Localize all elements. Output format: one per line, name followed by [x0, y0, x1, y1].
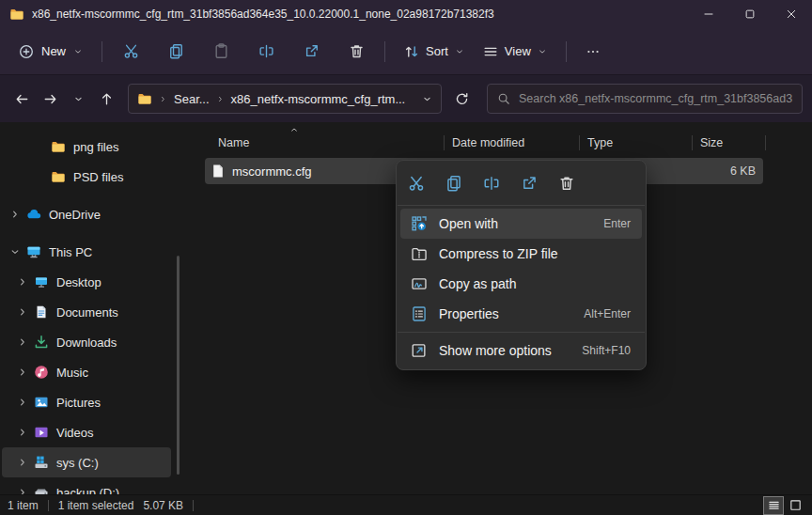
sidebar-item-label: OneDrive [49, 208, 101, 222]
navigation-pane: png filesPSD filesOneDriveThis PCDesktop… [0, 122, 184, 494]
address-bar[interactable]: Sear...x86_netfx-mscormmc_cfg_rtm... [128, 84, 442, 114]
close-button[interactable] [771, 0, 812, 28]
chevron-right-icon[interactable] [17, 397, 28, 408]
maximize-button[interactable] [729, 0, 771, 28]
menu-item-shortcut: Enter [603, 217, 631, 230]
column-divider[interactable] [765, 135, 766, 150]
properties-icon [411, 305, 428, 322]
sidebar-item-this-pc[interactable]: This PC [2, 237, 171, 267]
large-icons-view-button[interactable] [786, 497, 804, 514]
toolbar-divider [102, 41, 102, 62]
maximize-icon [743, 8, 757, 21]
menu-item-compress-to-zip-file[interactable]: Compress to ZIP file [400, 239, 642, 269]
folder-icon [51, 169, 66, 184]
search-icon [497, 92, 510, 105]
search-input[interactable] [519, 92, 792, 105]
recent-locations-button[interactable] [64, 85, 92, 113]
column-header-type[interactable]: Type [580, 132, 692, 154]
new-button[interactable]: New [9, 36, 92, 68]
sidebar-item-documents[interactable]: Documents [2, 297, 171, 327]
chevron-right-icon[interactable] [17, 306, 28, 318]
sidebar-item-sys-c[interactable]: sys (C:) [2, 447, 171, 477]
context-cut-button[interactable] [398, 166, 435, 200]
forward-button[interactable] [36, 85, 64, 113]
paste-button[interactable] [202, 36, 240, 68]
delete-button[interactable] [337, 36, 375, 68]
sidebar-item-onedrive[interactable]: OneDrive [2, 199, 171, 229]
sidebar-item-pictures[interactable]: Pictures [2, 387, 171, 417]
chevron-right-icon[interactable] [17, 427, 28, 438]
folder-icon [9, 7, 24, 22]
menu-item-open-with[interactable]: Open withEnter [400, 209, 642, 239]
cut-button[interactable] [112, 36, 149, 68]
sidebar-item-png-files[interactable]: png files [2, 132, 171, 162]
column-header-label: Name [218, 136, 249, 149]
chevron-down-icon [73, 47, 83, 56]
sidebar-item-desktop[interactable]: Desktop [2, 267, 171, 297]
chevron-right-icon[interactable] [17, 457, 28, 468]
menu-item-show-more-options[interactable]: Show more optionsShift+F10 [400, 336, 642, 366]
column-header-name[interactable]: Name [188, 132, 444, 154]
menu-item-properties[interactable]: PropertiesAlt+Enter [400, 299, 642, 329]
copy-icon [168, 43, 184, 59]
copy-path-icon [411, 275, 428, 292]
toolbar-divider [566, 41, 567, 62]
back-button[interactable] [8, 85, 36, 113]
sidebar-item-label: backup (D:) [56, 486, 119, 495]
chevron-down-icon [455, 47, 464, 56]
thumbnail-view-icon [789, 498, 803, 512]
breadcrumb-item-sear[interactable]: Sear... [174, 92, 210, 106]
menu-item-label: Copy as path [439, 276, 517, 291]
file-icon [211, 164, 226, 179]
more-options-button[interactable] [576, 36, 610, 68]
up-button[interactable] [92, 85, 120, 113]
sidebar-item-psd-files[interactable]: PSD files [2, 162, 171, 192]
search-box [487, 84, 803, 114]
sidebar-scrollbar[interactable] [177, 256, 180, 475]
chevron-right-icon[interactable] [17, 336, 28, 348]
menu-item-label: Properties [439, 306, 499, 321]
sidebar-item-music[interactable]: Music [2, 357, 171, 387]
sort-icon [404, 44, 419, 59]
item-count: 1 item [8, 499, 39, 512]
chevron-spacer [34, 171, 45, 182]
sidebar-item-backup-d[interactable]: backup (D:) [2, 477, 171, 494]
breadcrumb: Sear...x86_netfx-mscormmc_cfg_rtm... [159, 92, 405, 106]
sidebar-item-label: Documents [56, 305, 118, 320]
toolbar: New Sort View [0, 28, 812, 75]
chevron-right-icon[interactable] [17, 367, 28, 378]
context-rename-button[interactable] [473, 166, 510, 200]
column-header-date-modified[interactable]: Date modified [445, 132, 579, 154]
context-share-button[interactable] [510, 166, 548, 200]
downloads-icon [34, 335, 49, 350]
copy-button[interactable] [157, 36, 195, 68]
chevron-right-icon [159, 95, 167, 103]
sort-button-label: Sort [426, 44, 448, 58]
delete-icon [349, 43, 365, 59]
view-button-label: View [505, 44, 531, 58]
sort-button[interactable]: Sort [395, 36, 474, 68]
window-controls [688, 0, 812, 28]
menu-item-copy-as-path[interactable]: Copy as path [400, 269, 642, 299]
view-button[interactable]: View [474, 36, 556, 68]
sidebar-item-downloads[interactable]: Downloads [2, 327, 171, 357]
address-dropdown-icon[interactable] [422, 94, 432, 104]
sidebar-item-label: PSD files [73, 170, 123, 184]
context-copy-button[interactable] [435, 166, 473, 200]
chevron-right-icon[interactable] [17, 487, 28, 494]
sidebar-item-videos[interactable]: Videos [2, 417, 171, 447]
refresh-button[interactable] [447, 85, 476, 113]
context-menu-quick-actions [397, 164, 646, 202]
chevron-down-icon[interactable] [9, 246, 21, 258]
documents-icon [34, 304, 49, 320]
chevron-right-icon[interactable] [17, 276, 28, 288]
rename-button[interactable] [247, 36, 285, 68]
chevron-right-icon[interactable] [9, 209, 21, 220]
share-button[interactable] [292, 36, 330, 68]
minimize-button[interactable] [688, 0, 729, 28]
view-toggles [764, 497, 804, 514]
details-view-button[interactable] [764, 497, 783, 514]
column-header-size[interactable]: Size [693, 132, 765, 154]
context-delete-button[interactable] [548, 166, 586, 200]
breadcrumb-item-x86-netfx-mscormmc-cfg-rtm[interactable]: x86_netfx-mscormmc_cfg_rtm... [231, 92, 406, 106]
